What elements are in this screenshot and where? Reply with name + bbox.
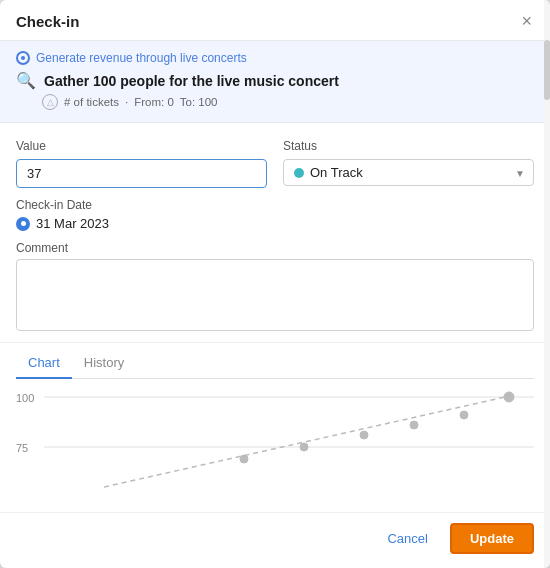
comment-label: Comment xyxy=(16,241,534,255)
goal-title-row: 🔍 Gather 100 people for the live music c… xyxy=(16,71,534,90)
comment-textarea[interactable] xyxy=(16,259,534,331)
dialog-footer: Cancel Update xyxy=(0,512,550,568)
goal-meta-from: From: 0 xyxy=(134,96,174,108)
close-button[interactable]: × xyxy=(519,12,534,30)
goal-meta-icon: △ xyxy=(42,94,58,110)
parent-goal-icon xyxy=(16,51,30,65)
value-input[interactable] xyxy=(16,159,267,188)
goal-parent-label: Generate revenue through live concerts xyxy=(36,51,247,65)
check-in-dialog: Check-in × Generate revenue through live… xyxy=(0,0,550,568)
status-group: Status On Track ▼ xyxy=(283,139,534,188)
chart-area: 100 75 xyxy=(0,379,550,512)
dialog-header: Check-in × xyxy=(0,0,550,41)
goal-context: Generate revenue through live concerts 🔍… xyxy=(0,41,550,123)
chevron-down-icon: ▼ xyxy=(515,167,525,178)
value-group: Value xyxy=(16,139,267,188)
tabs-section: Chart History xyxy=(0,342,550,379)
tab-chart[interactable]: Chart xyxy=(16,347,72,379)
date-radio[interactable] xyxy=(16,217,30,231)
svg-line-2 xyxy=(104,395,514,487)
cancel-button[interactable]: Cancel xyxy=(375,525,439,552)
goal-meta: △ # of tickets · From: 0 To: 100 xyxy=(42,94,534,110)
checkin-date-value: 31 Mar 2023 xyxy=(36,216,109,231)
update-button[interactable]: Update xyxy=(450,523,534,554)
goal-search-icon: 🔍 xyxy=(16,71,36,90)
svg-point-7 xyxy=(460,411,468,419)
scrollbar-thumb[interactable] xyxy=(544,40,550,100)
goal-title: Gather 100 people for the live music con… xyxy=(44,73,339,89)
status-label: Status xyxy=(283,139,534,153)
form-section: Value Status On Track ▼ Check-in Date 31… xyxy=(0,123,550,342)
status-dot xyxy=(294,168,304,178)
svg-point-6 xyxy=(410,421,418,429)
checkin-date-section: Check-in Date 31 Mar 2023 xyxy=(16,198,534,231)
svg-point-3 xyxy=(240,455,248,463)
svg-point-8 xyxy=(504,392,514,402)
dialog-title: Check-in xyxy=(16,13,79,30)
goal-parent-row: Generate revenue through live concerts xyxy=(16,51,534,65)
chart-y-label-100: 100 xyxy=(16,392,34,404)
date-row: 31 Mar 2023 xyxy=(16,216,534,231)
chart-svg xyxy=(44,387,534,502)
goal-meta-to: To: 100 xyxy=(180,96,218,108)
tabs-row: Chart History xyxy=(16,347,534,379)
value-status-row: Value Status On Track ▼ xyxy=(16,139,534,188)
chart-svg-area xyxy=(44,387,534,502)
goal-meta-type: # of tickets xyxy=(64,96,119,108)
status-select[interactable]: On Track ▼ xyxy=(283,159,534,186)
status-text: On Track xyxy=(310,165,363,180)
svg-point-4 xyxy=(300,443,308,451)
checkin-date-label: Check-in Date xyxy=(16,198,534,212)
chart-container: 100 75 xyxy=(16,387,534,502)
tab-history[interactable]: History xyxy=(72,347,136,379)
value-label: Value xyxy=(16,139,267,153)
goal-meta-separator: · xyxy=(125,96,128,108)
scrollbar[interactable] xyxy=(544,0,550,568)
svg-point-5 xyxy=(360,431,368,439)
chart-y-label-75: 75 xyxy=(16,442,28,454)
comment-section: Comment xyxy=(16,241,534,334)
